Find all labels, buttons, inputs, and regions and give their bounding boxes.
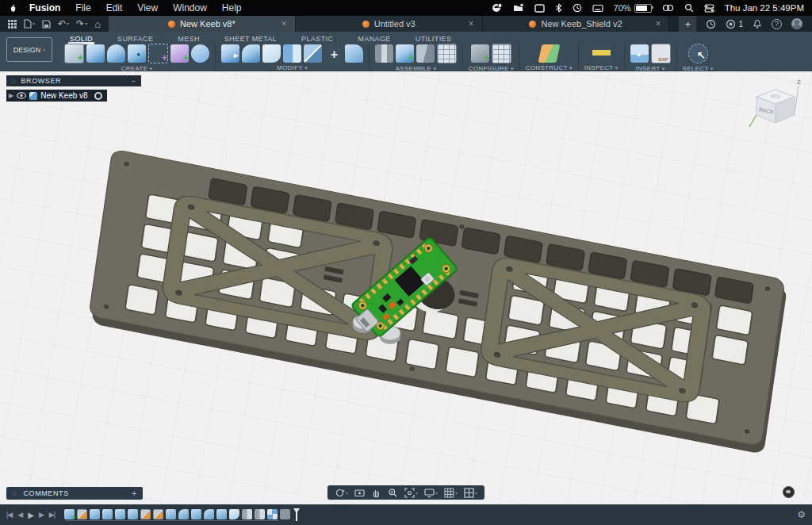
panel-grip-icon[interactable]: ⁞⁞: [12, 490, 17, 497]
activate-component-icon[interactable]: [94, 92, 102, 100]
menubar-clock[interactable]: Thu Jan 22 5:49PM: [725, 3, 804, 13]
model-viewport[interactable]: ⁞⁞ BROWSER − ▶ New Keeb v8 Z TOP BACK: [0, 71, 812, 504]
construction-plane-icon[interactable]: [538, 44, 560, 63]
timeline-feature-sketch[interactable]: [77, 509, 87, 519]
pipe-icon[interactable]: [191, 44, 209, 63]
timeline-feature-new-component[interactable]: [64, 509, 75, 519]
pattern-icon[interactable]: [148, 44, 168, 63]
timeline-feature-fillet[interactable]: [178, 509, 189, 519]
ribbon-group-label[interactable]: CREATE: [121, 65, 153, 72]
remove-face-icon[interactable]: [345, 44, 363, 63]
browser-item-root-component[interactable]: ▶ New Keeb v8: [6, 90, 107, 102]
new-component-icon[interactable]: [396, 44, 414, 63]
recents-icon[interactable]: [573, 3, 582, 13]
ribbon-group-label[interactable]: CONFIGURE: [469, 65, 514, 72]
fillet-icon[interactable]: [242, 44, 260, 63]
revolve-icon[interactable]: [107, 44, 125, 63]
timeline-position-marker[interactable]: [293, 508, 301, 521]
save-icon[interactable]: [42, 20, 51, 29]
document-tab[interactable]: New Keeb_Shield v2×: [483, 16, 670, 32]
undo-icon[interactable]: ↶▾: [58, 19, 69, 29]
play-icon[interactable]: ▶: [28, 511, 33, 519]
timeline-feature-extrude[interactable]: [166, 509, 176, 519]
folder-badge-icon[interactable]: [513, 3, 524, 13]
visibility-eye-icon[interactable]: [17, 92, 26, 99]
configuration-table-icon[interactable]: [492, 44, 511, 63]
menu-item-edit[interactable]: Edit: [106, 2, 123, 13]
combine-icon[interactable]: [283, 44, 301, 63]
add-comment-button[interactable]: +: [132, 489, 137, 498]
menu-item-help[interactable]: Help: [222, 2, 242, 13]
hole-icon[interactable]: [128, 44, 146, 63]
timeline-feature-extrude[interactable]: [90, 509, 100, 519]
redo-icon[interactable]: ↷▾: [76, 19, 87, 29]
timeline-feature-mirror[interactable]: [242, 509, 252, 519]
menu-item-fusion[interactable]: Fusion: [29, 2, 60, 13]
bluetooth-icon[interactable]: [555, 3, 562, 13]
history-icon[interactable]: [706, 19, 716, 29]
window-manager-icon[interactable]: [534, 4, 545, 13]
notifications-bell-icon[interactable]: [753, 19, 762, 29]
close-tab-icon[interactable]: ×: [469, 18, 474, 29]
step-forward-icon[interactable]: ▶: [39, 511, 44, 519]
handoff-icon[interactable]: [662, 4, 674, 12]
insert-image-icon[interactable]: [630, 44, 649, 63]
display-settings-icon[interactable]: ▾: [422, 488, 440, 498]
menu-item-window[interactable]: Window: [173, 2, 207, 13]
new-tab-button[interactable]: +: [679, 16, 696, 32]
timeline-feature-pattern[interactable]: [267, 509, 278, 519]
zoom-icon[interactable]: [385, 488, 400, 498]
step-back-icon[interactable]: ◀: [17, 511, 22, 519]
menu-item-file[interactable]: File: [75, 2, 90, 13]
close-tab-icon[interactable]: ×: [282, 18, 287, 29]
document-tab[interactable]: New Keeb v8*×: [109, 16, 296, 32]
view-cube[interactable]: Z TOP BACK: [745, 76, 806, 140]
orbit-icon[interactable]: ▾: [332, 488, 350, 498]
timeline-feature-shell[interactable]: [229, 509, 239, 519]
timeline-feature-extrude[interactable]: [191, 509, 201, 519]
apple-menu-icon[interactable]: [8, 3, 18, 13]
keyboard-plate-model[interactable]: [89, 149, 785, 446]
timeline-feature-fillet[interactable]: [204, 509, 214, 519]
panel-grip-icon[interactable]: ⁞⁞: [11, 78, 16, 85]
workspace-selector[interactable]: DESIGN▾: [6, 37, 52, 62]
look-at-icon[interactable]: [352, 488, 367, 498]
split-icon[interactable]: [304, 44, 322, 63]
job-status[interactable]: 1: [726, 19, 743, 29]
fit-icon[interactable]: ▾: [402, 488, 420, 498]
menu-item-view[interactable]: View: [137, 2, 158, 13]
insert-dxf-icon[interactable]: [651, 44, 671, 63]
keyboard-settings-icon[interactable]: [592, 4, 603, 13]
timeline-feature-extrude[interactable]: [115, 509, 125, 519]
home-view-icon[interactable]: ⌂: [94, 19, 101, 29]
control-center-icon[interactable]: [704, 4, 714, 13]
expand-chevron-icon[interactable]: ▶: [9, 92, 13, 99]
battery-indicator[interactable]: 70%: [614, 3, 652, 13]
help-icon[interactable]: ?: [772, 19, 782, 29]
timeline-feature-mirror[interactable]: [255, 509, 265, 519]
in-canvas-notification-badge[interactable]: [783, 486, 795, 498]
notification-badge-icon[interactable]: [492, 3, 503, 13]
app-grid-icon[interactable]: [8, 20, 17, 29]
shell-icon[interactable]: [262, 44, 281, 63]
as-built-joint-icon[interactable]: [416, 44, 435, 63]
browser-panel-header[interactable]: ⁞⁞ BROWSER −: [6, 75, 141, 86]
select-icon[interactable]: [688, 44, 708, 63]
close-tab-icon[interactable]: ×: [655, 18, 661, 29]
user-avatar[interactable]: [791, 18, 802, 29]
timeline-feature-joint[interactable]: [280, 509, 290, 519]
ribbon-group-label[interactable]: SELECT: [683, 65, 714, 72]
collapse-panel-icon[interactable]: −: [132, 77, 136, 86]
bom-table-icon[interactable]: [437, 44, 457, 63]
grid-snap-icon[interactable]: ▾: [442, 488, 460, 498]
document-tab[interactable]: Untitled v3×: [296, 16, 483, 32]
ribbon-group-label[interactable]: MODIFY: [277, 64, 308, 71]
press-pull-icon[interactable]: [221, 44, 239, 63]
timeline-feature-extrude[interactable]: [102, 509, 113, 519]
file-menu-icon[interactable]: ▾: [24, 19, 35, 29]
timeline-feature-extrude[interactable]: [216, 509, 227, 519]
ribbon-group-label[interactable]: INSPECT: [584, 64, 619, 71]
search-icon[interactable]: [684, 3, 694, 13]
timeline-feature-sketch[interactable]: [153, 509, 163, 519]
joint-icon[interactable]: [375, 44, 393, 63]
